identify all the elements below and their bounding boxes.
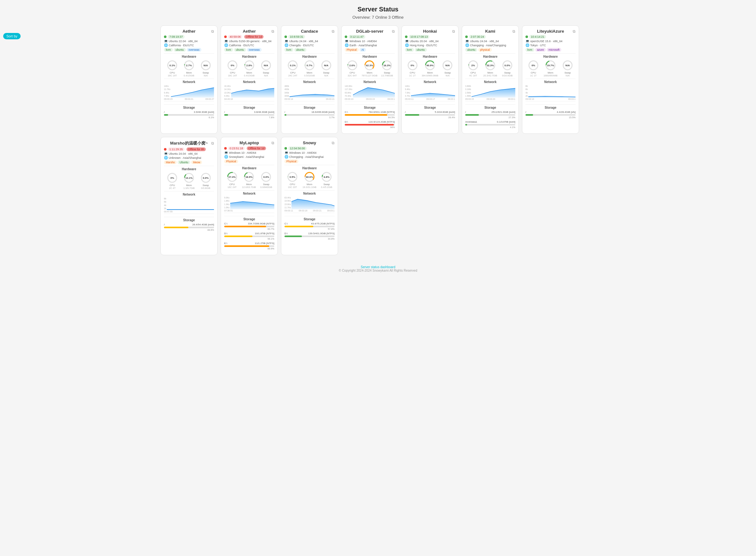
status-uptime: 7:09:19:37 xyxy=(168,35,184,39)
swap-item: 16.3% Swap 13.7/96GiB xyxy=(381,60,393,77)
tag: AI xyxy=(359,48,366,52)
cpu-label: CPU xyxy=(230,71,235,74)
cpu-label: CPU xyxy=(229,183,235,186)
cpu-label: CPU xyxy=(349,71,355,74)
mem-label: Mem xyxy=(307,183,312,186)
location-icon: 🌐 xyxy=(284,155,288,159)
copy-icon[interactable]: ⧉ xyxy=(211,141,214,145)
storage-path: / xyxy=(465,111,466,113)
os-icon: 💻 xyxy=(284,151,288,154)
tag: physical xyxy=(478,48,492,52)
chart-x-labels: 09:03:1109:03:1609:03:2109:03:1 xyxy=(284,210,335,212)
page-title: Server Status xyxy=(0,6,756,13)
footer: Server status dashboard © Copyright 2024… xyxy=(0,262,756,276)
storage-item: E:\ 11/1.2TiB [NTFS] 89.9% xyxy=(224,242,274,250)
server-location: Snowykami · Asia/Shanghai xyxy=(229,155,264,159)
hardware-title: Hardware xyxy=(224,165,274,170)
server-card-liteyuki: LiteyukiAzure ⧉ 10:4:14:21 💻 openSUSE 15… xyxy=(522,25,579,134)
chart-x-labels: 09:03:1309:03:1909:03:1 xyxy=(345,98,395,100)
tag: kvm xyxy=(164,48,173,52)
mem-sub: 0.4/15GiB xyxy=(244,74,254,77)
footer-copyright: © Copyright 2024-2024 Snowykami All Righ… xyxy=(339,269,417,272)
hardware-row: 0.5% CPU 10C 20T 60.6% Mem 19.3/31.1GiB xyxy=(284,171,335,188)
storage-bar xyxy=(164,227,188,228)
status-dot xyxy=(405,35,408,38)
tag: Physical xyxy=(224,160,238,163)
network-section: 3.8Mb3.1Mb2.5Mb1.9Mb 09:03:1509:03:2009:… xyxy=(465,85,515,100)
swap-sub: 0/3.8GiB xyxy=(201,187,210,189)
copy-icon[interactable]: ⧉ xyxy=(211,29,214,34)
swap-sub: N/A xyxy=(324,74,328,77)
os-icon: 💻 xyxy=(405,39,409,43)
network-title: Network xyxy=(525,79,576,84)
storage-info: 2511/921.0GiB [ext4] xyxy=(491,111,515,113)
copy-icon[interactable]: ⧉ xyxy=(452,29,455,34)
tag: microsoft xyxy=(547,48,561,52)
os-icon: 💻 xyxy=(224,151,228,154)
storage-info: 139.5/401.0GiB [NTFS] xyxy=(308,232,335,235)
storage-info: 116.9/119.2GiB [NTFS] xyxy=(369,120,395,123)
storage-item: / 18.6/499.8GiB [ext4] 3.7% xyxy=(284,111,335,119)
storage-bar xyxy=(525,114,533,116)
cpu-item: 0.1% CPU 16C 16T xyxy=(167,60,178,77)
cpu-item: 0.5% CPU 10C 20T xyxy=(287,171,298,188)
swap-item: 0.0% Swap 0/3.8GiB xyxy=(200,172,211,189)
network-section: 8b6b4b2b 09:03:1309:03:1 xyxy=(525,85,576,100)
copy-icon[interactable]: ⧉ xyxy=(271,29,274,34)
copy-icon[interactable]: ⧉ xyxy=(573,29,576,34)
tag: kvm xyxy=(525,48,534,52)
hardware-title: Hardware xyxy=(525,53,576,58)
offline-badge: Offline for 1d xyxy=(247,146,266,150)
server-location: Tokyo · UTC xyxy=(530,44,546,47)
copy-icon[interactable]: ⧉ xyxy=(332,141,335,145)
swap-label: Swap xyxy=(504,71,511,74)
copy-icon[interactable]: ⧉ xyxy=(512,29,515,34)
copy-icon[interactable]: ⧉ xyxy=(271,141,274,145)
tags-row: kvmubuntuoverseas xyxy=(164,48,214,52)
storage-title: Storage xyxy=(284,216,335,221)
tags-row: kvmazuremicrosoft xyxy=(525,48,576,52)
storage-bar xyxy=(284,236,302,237)
storage-info: 5.3/18.6GiB [ext4] xyxy=(435,111,455,113)
hardware-row: 0% CPU 1C 1T 19.7% Mem 1680/850MiB xyxy=(525,60,576,77)
chart-x-labels: 04:43:16 xyxy=(224,98,274,100)
server-name: Kami xyxy=(465,29,515,34)
tags-row: PhysicalAI xyxy=(345,48,395,52)
storage-bar xyxy=(405,114,419,116)
os-icon: 💻 xyxy=(525,39,529,43)
cpu-label: CPU xyxy=(170,71,175,74)
server-name: LiteyukiAzure xyxy=(525,29,576,34)
storage-item: / 3.9/48.3GiB [ext4] 8.1% xyxy=(164,111,214,119)
swap-label: Swap xyxy=(263,71,269,74)
chart-x-labels: 09:03:1109:03:1709:03:1 xyxy=(405,98,455,100)
svg-marker-41 xyxy=(472,89,515,98)
storage-path: D:\ xyxy=(224,232,227,235)
cpu-label: CPU xyxy=(170,184,175,187)
network-section: 14Ks9.4Ks7.0Ks4.7Ks 09:03:1109:03:1709:0… xyxy=(405,85,455,100)
tag: overseas xyxy=(187,48,202,52)
svg-marker-27 xyxy=(353,88,395,98)
server-os: Windows 10 · AMD64 xyxy=(289,151,316,154)
mem-sub: 1680/850MiB xyxy=(544,74,557,77)
storage-item: / 2511/921.0GiB [ext4] 27.3% xyxy=(465,111,515,119)
server-card-snowy: Snowy ⧉ 12:04:56:00 💻 Windows 10 · AMD64… xyxy=(281,137,338,255)
status-dot xyxy=(345,35,347,38)
hardware-title: Hardware xyxy=(345,53,395,58)
chart-x-labels: 07:36:51 xyxy=(224,210,274,212)
hardware-row: 0.1% CPU 16C 16T 2.7% Mem 0.4/15GiB xyxy=(164,60,214,77)
copy-icon[interactable]: ⧉ xyxy=(392,29,395,34)
storage-item: / 4.4/28.4GiB [xfs] 15.5% xyxy=(525,111,576,119)
mem-sub: 0.4/15GiB xyxy=(183,74,194,77)
copy-icon[interactable]: ⧉ xyxy=(332,29,335,34)
storage-title: Storage xyxy=(284,104,335,109)
server-location: California · Etc/UTC xyxy=(169,44,194,47)
footer-link[interactable]: Server status dashboard xyxy=(361,265,396,269)
storage-bar xyxy=(284,226,313,227)
storage-path: / xyxy=(525,111,526,113)
chart-x-labels: 09:03:1309:03:1 xyxy=(525,98,576,100)
network-title: Network xyxy=(405,79,455,84)
hardware-row: 2% CPU 4C 16T 32.3% Mem 20.3/42.7GiB xyxy=(465,60,515,77)
mem-sub: 19.3/31.1GiB xyxy=(303,186,316,188)
sort-button[interactable]: Sort by xyxy=(3,33,21,39)
server-os: openSUSE 15.6 · x86_64 xyxy=(530,40,562,43)
